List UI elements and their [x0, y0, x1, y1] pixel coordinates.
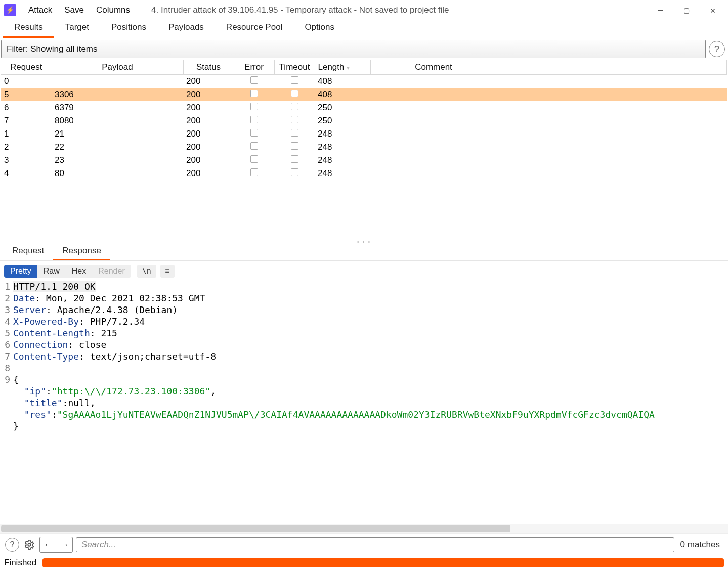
error-checkbox[interactable]: [250, 116, 258, 123]
col-error[interactable]: Error: [234, 60, 274, 75]
tab-payloads[interactable]: Payloads: [157, 19, 215, 38]
col-empty: [497, 60, 727, 75]
error-checkbox[interactable]: [250, 76, 258, 84]
search-input[interactable]: Search...: [76, 537, 674, 552]
table-row[interactable]: 78080200250: [1, 114, 727, 127]
newline-chip[interactable]: \n: [137, 265, 156, 278]
timeout-checkbox[interactable]: [291, 103, 298, 110]
col-length[interactable]: Length ▾: [315, 60, 370, 75]
timeout-checkbox[interactable]: [291, 116, 298, 123]
window-title: 4. Intruder attack of 39.106.41.95 - Tem…: [136, 5, 647, 15]
response-body[interactable]: 1HTTP/1.1 200 OK2Date: Mon, 20 Dec 2021 …: [0, 281, 728, 524]
timeout-checkbox[interactable]: [291, 76, 298, 84]
table-header: Request Payload Status Error Timeout Len…: [1, 60, 727, 75]
titlebar: ⚡ Attack Save Columns 4. Intruder attack…: [0, 0, 728, 20]
view-segment: Pretty Raw Hex Render: [4, 265, 131, 278]
menu-columns[interactable]: Columns: [90, 0, 136, 20]
search-nav: ← →: [39, 537, 73, 553]
svg-point-0: [28, 543, 31, 546]
error-checkbox[interactable]: [250, 155, 258, 163]
menu-attack[interactable]: Attack: [22, 0, 58, 20]
horizontal-scrollbar[interactable]: [0, 524, 728, 533]
timeout-checkbox[interactable]: [291, 129, 298, 137]
tab-results[interactable]: Results: [3, 19, 54, 38]
minimize-button[interactable]: ―: [647, 0, 673, 20]
status-bar: Finished: [0, 556, 728, 570]
results-table: Request Payload Status Error Timeout Len…: [1, 60, 727, 239]
help-icon[interactable]: ?: [709, 41, 725, 57]
maximize-button[interactable]: ▢: [673, 0, 700, 20]
table-row[interactable]: 323200248: [1, 154, 727, 167]
error-checkbox[interactable]: [250, 90, 258, 97]
timeout-checkbox[interactable]: [291, 142, 298, 150]
help-icon[interactable]: ?: [5, 538, 19, 552]
error-checkbox[interactable]: [250, 103, 258, 110]
chevron-down-icon: ▾: [347, 64, 350, 71]
status-label: Finished: [4, 558, 36, 568]
view-hex[interactable]: Hex: [66, 265, 92, 278]
filter-bar: Filter: Showing all items ?: [1, 39, 725, 59]
detail-tabs: Request Response: [0, 244, 728, 261]
next-match-button[interactable]: →: [56, 537, 72, 552]
col-payload[interactable]: Payload: [52, 60, 183, 75]
app-icon: ⚡: [4, 4, 16, 16]
error-checkbox[interactable]: [250, 142, 258, 150]
view-raw[interactable]: Raw: [37, 265, 66, 278]
progress-bar: [42, 558, 724, 567]
tab-target[interactable]: Target: [54, 19, 100, 38]
timeout-checkbox[interactable]: [291, 155, 298, 163]
tab-response[interactable]: Response: [53, 244, 110, 260]
hamburger-icon[interactable]: ≡: [160, 265, 175, 278]
prev-match-button[interactable]: ←: [40, 537, 56, 552]
tab-request[interactable]: Request: [3, 244, 53, 260]
table-row[interactable]: 53306200408: [1, 88, 727, 101]
table-row[interactable]: 0200408: [1, 75, 727, 88]
timeout-checkbox[interactable]: [291, 168, 298, 176]
response-search-bar: ? ← → Search... 0 matches: [0, 533, 728, 556]
error-checkbox[interactable]: [250, 129, 258, 137]
tab-positions[interactable]: Positions: [100, 19, 157, 38]
close-button[interactable]: ✕: [700, 0, 726, 20]
table-row[interactable]: 480200248: [1, 167, 727, 180]
tab-resource-pool[interactable]: Resource Pool: [215, 19, 294, 38]
menu-save[interactable]: Save: [58, 0, 90, 20]
match-count: 0 matches: [677, 540, 723, 550]
view-bar: Pretty Raw Hex Render \n ≡: [0, 261, 728, 281]
table-row[interactable]: 121200248: [1, 127, 727, 141]
col-timeout[interactable]: Timeout: [274, 60, 315, 75]
table-row[interactable]: 66379200250: [1, 101, 727, 114]
col-status[interactable]: Status: [183, 60, 234, 75]
col-request[interactable]: Request: [1, 60, 52, 75]
filter-box[interactable]: Filter: Showing all items: [1, 40, 706, 58]
gear-icon[interactable]: [22, 538, 36, 552]
view-pretty[interactable]: Pretty: [4, 265, 37, 278]
main-tabs: Results Target Positions Payloads Resour…: [0, 20, 728, 38]
tab-options[interactable]: Options: [293, 19, 346, 38]
error-checkbox[interactable]: [250, 168, 258, 176]
col-comment[interactable]: Comment: [370, 60, 497, 75]
timeout-checkbox[interactable]: [291, 90, 298, 97]
view-render[interactable]: Render: [92, 265, 131, 278]
table-row[interactable]: 222200248: [1, 141, 727, 154]
